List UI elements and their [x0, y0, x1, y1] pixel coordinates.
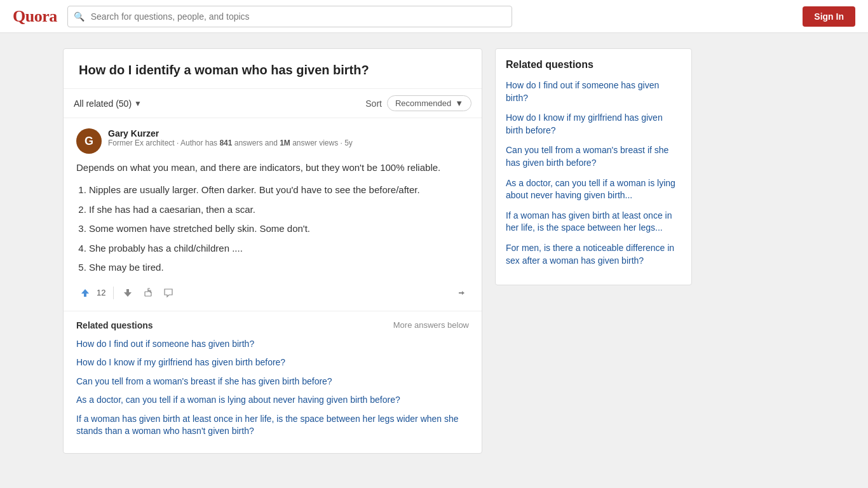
author-row: G Gary Kurzer Former Ex architect · Auth… [76, 128, 469, 154]
sidebar-links-list: How do I find out if someone has given b… [506, 79, 681, 267]
question-title-section: How do I identify a woman who has given … [64, 49, 482, 89]
author-meta-suffix: answer views · 5y [290, 139, 353, 147]
main-column: How do I identify a woman who has given … [63, 48, 482, 454]
sort-dropdown[interactable]: Recommended ▼ [387, 95, 471, 111]
search-icon: 🔍 [74, 11, 85, 22]
reshare-icon [143, 288, 153, 298]
author-meta: Former Ex architect · Author has 841 ans… [108, 139, 353, 147]
answer-list-item: Some women have stretched belly skin. So… [89, 222, 469, 236]
share-icon [455, 288, 465, 298]
author-views: 1M [280, 139, 290, 147]
all-related-filter[interactable]: All related (50) ▼ [74, 98, 142, 109]
author-meta-middle: answers and [232, 139, 280, 147]
search-bar: 🔍 [67, 6, 512, 27]
avatar: G [76, 128, 102, 154]
answer-list-item: Nipples are usually larger. Often darker… [89, 183, 469, 198]
sidebar-card: Related questions How do I find out if s… [495, 48, 692, 285]
sidebar-related-link[interactable]: If a woman has given birth at least once… [506, 210, 681, 234]
upvote-icon [80, 288, 90, 298]
downvote-button[interactable] [119, 285, 137, 301]
quora-logo[interactable]: Quora [13, 7, 57, 26]
sort-label: Sort [365, 98, 382, 109]
action-bar: 12 [76, 280, 469, 301]
downvote-icon [123, 288, 133, 298]
answer-list: Nipples are usually larger. Often darker… [76, 183, 469, 275]
related-inline-link[interactable]: How do I know if my girlfriend has given… [76, 356, 469, 369]
related-inline-header: Related questions More answers below [76, 320, 469, 330]
question-title: How do I identify a woman who has given … [79, 62, 466, 78]
author-meta-prefix: Former Ex architect · Author has [108, 139, 219, 147]
vote-count: 12 [97, 288, 105, 297]
header: Quora 🔍 Sign In [0, 0, 868, 33]
share-button[interactable] [451, 285, 469, 301]
answer-list-item: If she has had a caesarian, then a scar. [89, 203, 469, 217]
sidebar-related-link[interactable]: How do I find out if someone has given b… [506, 79, 681, 104]
more-answers-label: More answers below [393, 320, 469, 330]
page-content: How do I identify a woman who has given … [53, 33, 815, 469]
sort-section: Sort Recommended ▼ [365, 95, 471, 111]
related-inline-link[interactable]: Can you tell from a woman's breast if sh… [76, 376, 469, 388]
author-name[interactable]: Gary Kurzer [108, 128, 353, 139]
answer-list-item: She probably has a child/children .... [89, 241, 469, 256]
reshare-button[interactable] [139, 285, 157, 301]
sort-value: Recommended [395, 98, 451, 108]
search-input[interactable] [67, 6, 512, 27]
related-links-list: How do I find out if someone has given b… [76, 338, 469, 438]
answer-list-item: She may be tired. [89, 261, 469, 275]
chevron-down-icon: ▼ [455, 98, 463, 108]
author-info: Gary Kurzer Former Ex architect · Author… [108, 128, 353, 147]
comment-button[interactable] [159, 285, 177, 301]
related-inline-link[interactable]: If a woman has given birth at least once… [76, 413, 469, 438]
upvote-button[interactable] [76, 285, 94, 301]
question-card: How do I identify a woman who has given … [63, 48, 482, 454]
sidebar-related-link[interactable]: Can you tell from a woman's breast if sh… [506, 144, 681, 169]
divider [113, 287, 114, 299]
all-related-label: All related (50) [74, 98, 132, 109]
chevron-down-icon: ▼ [134, 99, 142, 108]
sidebar: Related questions How do I find out if s… [495, 48, 692, 454]
answer-block: G Gary Kurzer Former Ex architect · Auth… [64, 118, 482, 311]
comment-icon [163, 288, 173, 298]
sidebar-related-link[interactable]: For men, is there a noticeable differenc… [506, 242, 681, 267]
sidebar-related-link[interactable]: How do I know if my girlfriend has given… [506, 112, 681, 137]
related-inline-link[interactable]: How do I find out if someone has given b… [76, 338, 469, 351]
author-answers: 841 [219, 139, 232, 147]
sidebar-title: Related questions [506, 59, 681, 71]
related-inline-link[interactable]: As a doctor, can you tell if a woman is … [76, 394, 469, 407]
sign-in-button[interactable]: Sign In [803, 6, 855, 27]
sidebar-related-link[interactable]: As a doctor, can you tell if a woman is … [506, 177, 681, 202]
related-inline-title: Related questions [76, 320, 153, 330]
filter-bar: All related (50) ▼ Sort Recommended ▼ [64, 89, 482, 118]
related-inline-section: Related questions More answers below How… [64, 311, 482, 454]
answer-intro: Depends on what you mean, and there are … [76, 160, 469, 175]
